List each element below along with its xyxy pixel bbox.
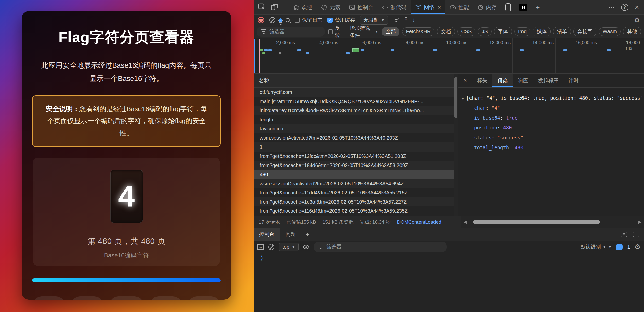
filter-other[interactable]: 其他 <box>623 27 641 36</box>
throttling-select[interactable]: 无限制▼ <box>360 15 388 25</box>
dom-content-loaded-link[interactable]: DOMContentLoaded <box>397 219 441 225</box>
add-drawer-tab-button[interactable]: + <box>301 228 314 241</box>
preserve-log-checkbox[interactable]: 保留日志 <box>295 17 322 23</box>
clear-console-icon[interactable] <box>268 244 274 250</box>
console-settings-gear-icon[interactable]: ⚙ <box>635 243 640 251</box>
device-toolbar-icon[interactable] <box>271 3 279 11</box>
request-row[interactable]: from?get&nocache=11dd4&tm=2026-02-05T10%… <box>254 188 458 197</box>
filter-wasm[interactable]: Wasm <box>599 27 621 36</box>
selected-request-marker <box>352 48 359 52</box>
tab-network[interactable]: 网络 × <box>411 0 445 14</box>
tab-sources[interactable]: 源代码 <box>378 0 411 14</box>
request-row[interactable]: 1 <box>254 142 458 152</box>
issues-bubble-icon[interactable] <box>616 244 623 250</box>
add-tab-button[interactable]: + <box>531 0 544 14</box>
request-row[interactable]: main.js?attr=rnL5umWxnjCDdkKsKQ4RQB7zOaV… <box>254 97 458 106</box>
console-sidebar-icon[interactable]: ⊟ <box>621 232 627 237</box>
scroll-right-icon[interactable]: ▶ <box>636 219 644 225</box>
tab-console[interactable]: 控制台 <box>345 0 378 14</box>
preview-summary-line[interactable]: ▼{char: "4", is_base64: true, position: … <box>462 93 640 103</box>
request-row[interactable]: from?get&nocache=12fcc&tm=2026-02-05T10%… <box>254 152 458 161</box>
export-har-icon[interactable]: ↓ <box>412 17 415 23</box>
transferred-size: 已传输155 kB <box>286 219 316 225</box>
inspect-element-icon[interactable] <box>258 3 265 11</box>
tab-headers[interactable]: 标头 <box>472 74 492 87</box>
request-row-selected[interactable]: 480 <box>254 170 458 179</box>
security-note-label: 安全说明： <box>46 105 79 113</box>
network-filterbar: 筛选器 反转 增加筛选条件▼ 全部 Fetch/XHR 文档 CSS JS 字体… <box>254 25 644 38</box>
live-expression-eye-icon[interactable] <box>303 245 309 249</box>
filter-manifest[interactable]: 清单 <box>553 27 571 36</box>
invert-filter-checkbox[interactable]: 反转 <box>328 25 342 39</box>
char-tile: 4 <box>110 170 143 223</box>
filter-doc[interactable]: 文档 <box>437 27 455 36</box>
tab-initiator[interactable]: 发起程序 <box>533 74 563 87</box>
request-row[interactable]: from?get&nocache=1e3af&tm=2026-02-05T10%… <box>254 197 458 206</box>
toolbox-icon-button[interactable] <box>501 0 515 14</box>
filter-font[interactable]: 字体 <box>494 27 512 36</box>
name-column-header[interactable]: 名称 <box>254 74 458 88</box>
first-page-button[interactable]: 首页 <box>33 296 65 300</box>
disclosure-triangle-icon[interactable]: ▼ <box>462 96 464 101</box>
console-filter-input[interactable]: 筛选器 <box>314 242 447 252</box>
request-row[interactable]: wsm.sessionDeactivated?tm=2026-02-05T10%… <box>254 179 458 188</box>
console-sidebar-toggle-icon[interactable]: → <box>257 244 264 250</box>
filter-img[interactable]: Img <box>514 27 530 36</box>
more-options-icon[interactable]: ⋯ <box>608 4 615 11</box>
tab-preview[interactable]: 预览 <box>492 74 513 87</box>
add-filter-dropdown[interactable]: 增加筛选条件▼ <box>350 25 378 39</box>
prev-page-button[interactable]: 上一页 <box>71 296 103 300</box>
dock-drawer-icon[interactable]: ↓ <box>633 232 639 237</box>
filter-fetch-xhr[interactable]: Fetch/XHR <box>402 27 434 36</box>
tab-elements[interactable]: 元素 <box>317 0 345 14</box>
filter-js[interactable]: JS <box>478 27 491 36</box>
scrollbar-thumb[interactable] <box>454 77 457 118</box>
record-icon[interactable] <box>258 17 264 23</box>
request-row[interactable]: favicon.ico <box>254 124 458 133</box>
request-row[interactable]: from?get&nocache=116d4&tm=2026-02-05T10%… <box>254 206 458 216</box>
network-settings-gear-icon[interactable]: ⚙ <box>634 16 640 24</box>
last-page-button[interactable]: 末页 <box>188 296 220 300</box>
filter-all[interactable]: 全部 <box>382 27 399 36</box>
close-devtools-icon[interactable]: × <box>635 3 639 11</box>
import-har-icon[interactable]: ↑ <box>405 17 407 23</box>
tab-console-drawer[interactable]: 控制台 <box>254 228 280 241</box>
devtools-right-controls: ⋯ ? × <box>608 0 644 14</box>
scrollbar-thumb[interactable] <box>473 220 600 224</box>
request-row[interactable]: from?get&nocache=184d6&tm=2026-02-05T10%… <box>254 161 458 170</box>
context-select[interactable]: top▼ <box>279 243 299 251</box>
filter-css[interactable]: CSS <box>457 27 475 36</box>
phone-icon <box>505 3 511 11</box>
clear-icon[interactable] <box>269 17 275 23</box>
request-list-scrollbar[interactable] <box>454 74 458 216</box>
network-filter-input[interactable]: 筛选器 <box>257 27 325 37</box>
search-icon[interactable] <box>286 18 290 22</box>
tab-memory[interactable]: 内存 <box>473 0 501 14</box>
help-icon[interactable]: ? <box>621 4 628 11</box>
next-page-button[interactable]: 下一页 <box>150 296 182 300</box>
request-row[interactable]: wsm.sessionActivated?tm=2026-02-05T10%3A… <box>254 133 458 142</box>
filter-socket[interactable]: 套接字 <box>573 27 596 36</box>
log-level-select[interactable]: 默认级别▼▼ <box>581 243 612 250</box>
gridline <box>555 38 556 73</box>
detail-horizontal-scrollbar[interactable]: ◀ ▶ <box>461 216 644 228</box>
request-row[interactable]: init?data=eyJ1cmwiOiJodHRwOi8vY3RmLmZ1cn… <box>254 106 458 115</box>
close-network-tab-icon[interactable]: × <box>438 4 441 10</box>
tab-welcome[interactable]: 欢迎 <box>289 0 317 14</box>
scroll-left-icon[interactable]: ◀ <box>461 219 469 225</box>
tab-response[interactable]: 响应 <box>513 74 533 87</box>
tab-issues[interactable]: 问题 <box>280 228 301 241</box>
request-row[interactable]: length <box>254 115 458 124</box>
devtools-tabbar: 欢迎 元素 控制台 源代码 网络 × 性能 <box>254 0 644 15</box>
disable-cache-checkbox[interactable]: ✓禁用缓存 <box>327 17 355 23</box>
h-extension-button[interactable]: H <box>515 0 531 14</box>
tab-timing[interactable]: 计时 <box>563 74 584 87</box>
console-prompt[interactable]: 〉 <box>254 253 644 263</box>
tab-performance[interactable]: 性能 <box>445 0 473 14</box>
current-page-button[interactable]: 第 480 页 <box>110 296 143 300</box>
request-row[interactable]: ctf.furryctf.com <box>254 88 458 97</box>
network-timeline-overview[interactable]: 2,000 ms 4,000 ms 6,000 ms 8,000 ms 10,0… <box>254 38 644 74</box>
filter-media[interactable]: 媒体 <box>533 27 551 36</box>
close-detail-icon[interactable]: × <box>458 74 472 87</box>
network-conditions-icon[interactable] <box>393 18 399 23</box>
